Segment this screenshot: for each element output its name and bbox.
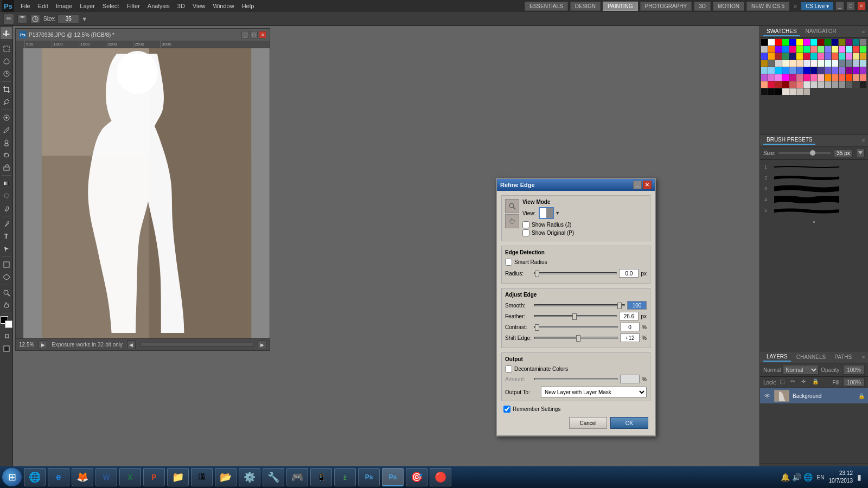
- show-desktop-btn[interactable]: ▮: [857, 473, 861, 481]
- taskbar-file-mgr[interactable]: 📂: [215, 468, 237, 486]
- swatch-ff7f50[interactable]: [832, 74, 838, 81]
- show-radius-checkbox[interactable]: [522, 221, 529, 228]
- taskbar-chrome[interactable]: 🌐: [24, 468, 46, 486]
- paths-tab[interactable]: PATHS: [831, 353, 855, 361]
- shift-edge-value[interactable]: [620, 333, 640, 342]
- shift-edge-slider[interactable]: [534, 337, 618, 339]
- move-tool[interactable]: [1, 27, 12, 39]
- brush-tool-icon[interactable]: ✏: [3, 14, 14, 24]
- swatch-ffe4c4[interactable]: [789, 60, 796, 67]
- brush-item-1[interactable]: 1: [762, 162, 866, 172]
- swatch-c0c0c0[interactable]: [761, 46, 768, 53]
- swatch-80ff00[interactable]: [796, 46, 803, 53]
- swatch-008080[interactable]: [853, 39, 859, 46]
- swatch-ff8080[interactable]: [810, 46, 817, 53]
- swatch-8000ff[interactable]: [775, 46, 782, 53]
- scroll-left-btn[interactable]: ◀: [127, 341, 136, 349]
- swatch-f08080[interactable]: [796, 81, 803, 88]
- lasso-tool[interactable]: [1, 55, 12, 67]
- workspace-design[interactable]: DESIGN: [570, 2, 601, 11]
- swatch-b8b0a8[interactable]: [803, 88, 810, 95]
- foreground-background-colors[interactable]: [1, 316, 12, 328]
- swatch-a0a0a0[interactable]: [832, 81, 838, 88]
- workspace-essentials[interactable]: ESSENTIALS: [525, 2, 568, 11]
- 3d-tool[interactable]: [1, 271, 12, 283]
- crop-tool[interactable]: [1, 84, 12, 95]
- lock-transparent-icon[interactable]: ⬚: [780, 378, 787, 386]
- screen-mode-btn[interactable]: [1, 343, 12, 355]
- swatch-008000[interactable]: [825, 39, 831, 46]
- swatch-87cefa[interactable]: [768, 67, 775, 74]
- quick-select-tool[interactable]: [1, 68, 12, 80]
- menu-view[interactable]: View: [189, 2, 209, 10]
- dialog-titlebar[interactable]: Refine Edge _ ✕: [497, 179, 655, 191]
- swatch-202020[interactable]: [860, 81, 866, 88]
- menu-3d[interactable]: 3D: [174, 2, 188, 10]
- menu-filter[interactable]: Filter: [123, 2, 143, 10]
- swatch-db7093[interactable]: [796, 74, 803, 81]
- swatch-ffd700[interactable]: [796, 53, 803, 60]
- swatch-ee82ee[interactable]: [775, 74, 782, 81]
- swatch-0000cd[interactable]: [803, 67, 810, 74]
- brush-size-slider[interactable]: [778, 152, 831, 154]
- swatch-40ff40[interactable]: [860, 46, 866, 53]
- swatch-00ff00[interactable]: [782, 39, 789, 46]
- workspace-new[interactable]: NEW IN CS 5: [746, 2, 789, 11]
- swatch-ffffff[interactable]: [768, 39, 775, 46]
- brush-item-5[interactable]: 5: [762, 206, 866, 215]
- size-dropdown[interactable]: ▼: [81, 16, 87, 22]
- swatch-000080[interactable]: [832, 39, 838, 46]
- swatch-7b68ee[interactable]: [832, 67, 838, 74]
- dodge-tool[interactable]: [1, 202, 12, 214]
- swatch-404040[interactable]: [853, 81, 859, 88]
- swatch-040404[interactable]: [775, 88, 782, 95]
- lock-image-icon[interactable]: ✏: [790, 378, 798, 386]
- swatch-800080[interactable]: [846, 39, 852, 46]
- swatch-d0d0d0[interactable]: [810, 81, 817, 88]
- swatch-4040ff[interactable]: [761, 53, 768, 60]
- size-input[interactable]: [58, 14, 79, 24]
- marquee-tool[interactable]: [1, 43, 12, 55]
- taskbar-firefox[interactable]: 🦊: [72, 468, 93, 486]
- swatch-778899[interactable]: [846, 60, 852, 67]
- taskbar-settings[interactable]: ⚙️: [239, 468, 260, 486]
- menu-analysis[interactable]: Analysis: [144, 2, 173, 10]
- taskbar-app-e[interactable]: ε: [334, 468, 356, 486]
- decontaminate-checkbox[interactable]: [505, 365, 512, 373]
- swatch-00008b[interactable]: [810, 67, 817, 74]
- swatch-fff0f5[interactable]: [810, 60, 817, 67]
- swatch-708090[interactable]: [839, 60, 845, 67]
- swatch-9370db[interactable]: [839, 67, 845, 74]
- radius-value[interactable]: [619, 269, 639, 278]
- swatch-080808[interactable]: [768, 88, 775, 95]
- swatch-483d8b[interactable]: [818, 67, 824, 74]
- path-select-tool[interactable]: [1, 243, 12, 255]
- hand-tool[interactable]: [1, 299, 12, 311]
- smooth-thumb[interactable]: [617, 303, 622, 309]
- swatch-800000[interactable]: [818, 39, 824, 46]
- swatch-8080ff[interactable]: [825, 46, 831, 53]
- brush-tool[interactable]: [1, 124, 12, 136]
- swatch-191970[interactable]: [789, 53, 796, 60]
- swatch-ffa500[interactable]: [768, 53, 775, 60]
- swatch-ff69b4[interactable]: [818, 53, 824, 60]
- swatch-ff8000[interactable]: [768, 46, 775, 53]
- brush-panel-expand[interactable]: ≡: [862, 138, 865, 143]
- swatch-6a5acd[interactable]: [825, 67, 831, 74]
- workspace-motion[interactable]: MOTION: [713, 2, 744, 11]
- text-tool[interactable]: T: [1, 230, 12, 242]
- swatch-e6e6fa[interactable]: [803, 60, 810, 67]
- blend-mode-select[interactable]: Normal: [783, 365, 819, 375]
- swatch-e0e0e0[interactable]: [803, 81, 810, 88]
- cs-live-button[interactable]: CS Live ▾: [801, 2, 833, 10]
- scroll-right-btn[interactable]: ▶: [258, 341, 266, 349]
- fill-value[interactable]: [843, 378, 865, 387]
- taskbar-line[interactable]: 📱: [310, 468, 332, 486]
- brush-presets-tab[interactable]: BRUSH PRESETS: [763, 136, 815, 145]
- taskbar-tools[interactable]: 🔧: [263, 468, 284, 486]
- ok-button[interactable]: OK: [610, 417, 648, 429]
- brush-item-4[interactable]: 4: [762, 195, 866, 204]
- taskbar-powerpoint[interactable]: P: [143, 468, 165, 486]
- blur-tool[interactable]: [1, 190, 12, 202]
- window-minimize[interactable]: _: [835, 2, 844, 10]
